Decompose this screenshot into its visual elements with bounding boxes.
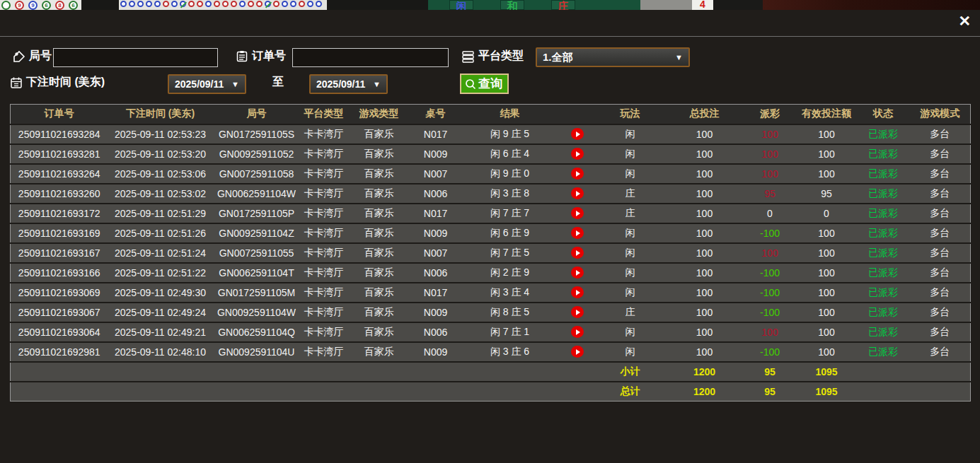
play-replay-icon[interactable] <box>571 346 584 358</box>
play-replay-icon[interactable] <box>571 326 584 338</box>
cell-round: GN0062591104T <box>213 263 301 283</box>
cell-replay <box>560 283 595 303</box>
column-header-13: 游戏模式 <box>910 105 971 124</box>
cell-platform: 卡卡湾厅 <box>301 204 347 223</box>
play-replay-icon[interactable] <box>571 168 584 180</box>
subtotal-row-payout: 95 <box>744 362 797 382</box>
column-header-7 <box>560 105 595 124</box>
play-replay-icon[interactable] <box>571 286 584 298</box>
bead-road-cell <box>273 1 279 7</box>
cell-game-mode: 多台 <box>910 303 971 322</box>
cell-payout: -100 <box>744 223 797 243</box>
cell-payout: 100 <box>744 124 797 144</box>
big-road-scoreboard: 99686 <box>0 0 81 10</box>
table-row: 2509110216932602025-09-11 02:53:02GN0062… <box>11 184 971 204</box>
cell-status: 已派彩 <box>857 322 910 342</box>
cell-platform: 卡卡湾厅 <box>301 303 347 322</box>
date-from-select[interactable]: 2025/09/11 ▼ <box>168 74 246 94</box>
play-replay-icon[interactable] <box>571 306 584 318</box>
cell-total-bet: 100 <box>666 223 744 243</box>
cell-payout: 100 <box>744 144 797 164</box>
bead-road-cell <box>307 1 313 7</box>
cell-result: 闲 2 庄 9 <box>461 263 560 283</box>
table-row: 2509110216930642025-09-11 02:49:21GN0062… <box>11 322 971 342</box>
bead-road-cell <box>248 1 254 7</box>
cell-payout: -100 <box>744 303 797 322</box>
play-replay-icon[interactable] <box>571 247 584 259</box>
big-road-cell <box>1 1 11 10</box>
cell-empty <box>910 362 971 382</box>
cell-play-type: 庄 <box>595 204 666 223</box>
play-replay-icon[interactable] <box>571 187 584 199</box>
bead-road-cell <box>256 1 263 7</box>
chevron-down-icon: ▼ <box>675 53 683 61</box>
cell-round: GN00725911055 <box>213 243 301 263</box>
order-number-label-group: 订单号 <box>236 49 286 64</box>
play-replay-icon[interactable] <box>571 148 584 160</box>
chevron-down-icon: ▼ <box>231 80 239 88</box>
cell-round: GN0062591104Q <box>213 322 301 342</box>
order-number-input[interactable] <box>292 48 449 67</box>
cell-order: 250911021693172 <box>11 204 108 223</box>
big-road-cell: 9 <box>28 1 38 10</box>
cell-empty <box>108 382 213 402</box>
cell-bet-time: 2025-09-11 02:48:10 <box>108 342 213 362</box>
cell-game-mode: 多台 <box>910 164 971 184</box>
cell-play-type: 闲 <box>595 144 666 164</box>
query-button-label: 查询 <box>478 76 502 92</box>
table-row: 2509110216929812025-09-11 02:48:10GN0092… <box>11 342 971 362</box>
cell-valid-bet: 0 <box>797 204 857 223</box>
round-number-label: 局号 <box>29 49 52 64</box>
cell-total-bet: 100 <box>666 303 744 322</box>
cell-total-bet: 100 <box>666 144 744 164</box>
date-to-select[interactable]: 2025/09/11 ▼ <box>309 74 388 94</box>
cell-table-no: N009 <box>411 342 461 362</box>
cell-platform: 卡卡湾厅 <box>301 243 347 263</box>
screen: 99686 闲和庄 4 ✕ 局号 订单号 <box>0 0 980 463</box>
cell-status: 已派彩 <box>857 144 910 164</box>
close-icon[interactable]: ✕ <box>958 13 971 28</box>
cell-valid-bet: 100 <box>797 303 857 322</box>
cell-game-mode: 多台 <box>910 223 971 243</box>
cell-replay <box>560 342 595 362</box>
order-number-label: 订单号 <box>252 49 286 64</box>
bet-time-label-group: 下注时间 (美东) <box>10 75 105 90</box>
bet-zone-tile: 闲 <box>449 0 473 10</box>
bead-road-cell <box>290 1 296 7</box>
cell-valid-bet: 100 <box>797 144 857 164</box>
bet-time-label: 下注时间 (美东) <box>26 75 105 90</box>
subtotal-row: 小计1200951095 <box>11 362 971 382</box>
search-icon <box>464 78 477 90</box>
cell-status: 已派彩 <box>857 204 910 223</box>
cell-round: GN0172591105P <box>213 204 301 223</box>
play-replay-icon[interactable] <box>571 207 584 219</box>
column-header-11: 有效投注额 <box>797 105 857 124</box>
cell-round: GN0092591104W <box>213 303 301 322</box>
cell-order: 250911021693264 <box>11 164 108 184</box>
cell-game-type: 百家乐 <box>347 283 411 303</box>
cell-table-no: N006 <box>411 322 461 342</box>
cell-table-no: N009 <box>411 144 461 164</box>
cell-play-type: 闲 <box>595 164 666 184</box>
big-road-cell: 6 <box>69 1 78 10</box>
cell-game-type: 百家乐 <box>347 204 411 223</box>
bead-road-cell <box>231 1 237 7</box>
bet-records-table: 订单号下注时间 (美东)局号平台类型游戏类型桌号结果玩法总投注派彩有效投注额状态… <box>10 104 971 402</box>
round-number-label-group: 局号 <box>13 49 52 64</box>
platform-type-select[interactable]: 1.全部 ▼ <box>536 47 690 67</box>
query-button[interactable]: 查询 <box>460 74 509 94</box>
bead-road-cell <box>180 1 186 7</box>
play-replay-icon[interactable] <box>571 227 584 239</box>
bead-road-cell <box>129 1 135 7</box>
cell-empty <box>213 362 301 382</box>
round-number-input[interactable] <box>53 48 218 67</box>
cell-game-mode: 多台 <box>910 243 971 263</box>
cell-empty <box>857 362 910 382</box>
cell-table-no: N017 <box>411 124 461 144</box>
play-replay-icon[interactable] <box>571 128 584 140</box>
bead-road-cell <box>282 1 288 7</box>
cell-game-mode: 多台 <box>910 144 971 164</box>
cell-game-mode: 多台 <box>910 263 971 283</box>
play-replay-icon[interactable] <box>571 266 584 279</box>
cell-game-type: 百家乐 <box>347 243 411 263</box>
